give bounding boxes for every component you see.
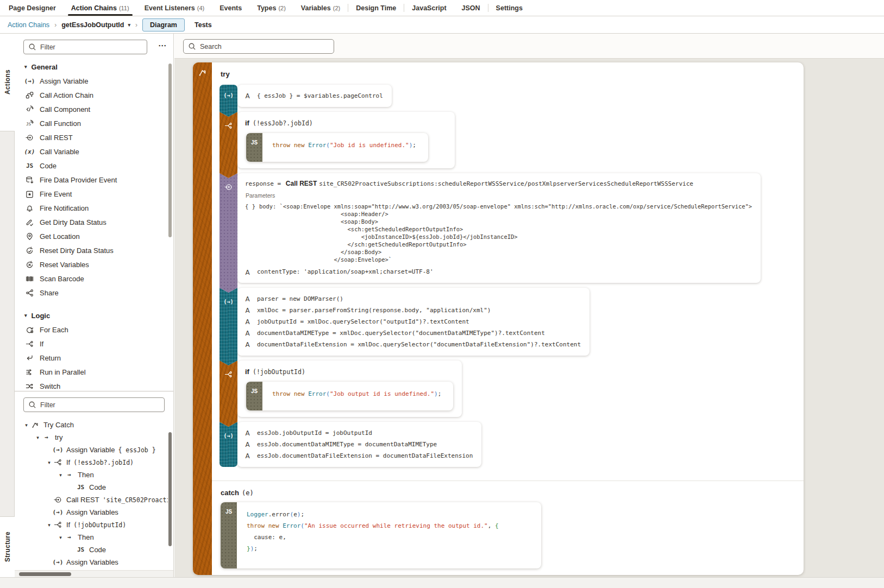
tree-row-then[interactable]: ▾→Then: [15, 469, 168, 481]
chevron-down-icon: ▾: [24, 64, 27, 69]
palette-item-reset-dirty-data-status[interactable]: Reset Dirty Data Status: [15, 243, 173, 257]
nav-tab-events[interactable]: Events: [212, 0, 249, 16]
palette-section-general[interactable]: ▾General: [15, 60, 173, 74]
action-chain-selector[interactable]: getEssJobOutputId ▾: [61, 21, 130, 29]
assign-variables-card[interactable]: AessJob.jobOutputId = jobOutputIdAessJob…: [237, 422, 481, 467]
code-node[interactable]: JSthrow new Error("Job id is undefined."…: [246, 133, 428, 162]
nav-tab-javascript[interactable]: JavaScript: [404, 0, 454, 16]
structure-hscrollbar-thumb[interactable]: [19, 572, 71, 576]
if-card[interactable]: if(!essJob?.jobId)JSthrow new Error("Job…: [237, 112, 455, 168]
diagram-node-assign-0[interactable]: (→)A{ essJob } = $variables.pageControl: [220, 85, 796, 107]
canvas-search[interactable]: [183, 39, 334, 54]
tree-row-try-catch[interactable]: ▾Try Catch: [15, 419, 168, 431]
tree-row-code[interactable]: JSCode: [15, 481, 168, 494]
tree-row-assign-variable[interactable]: (→)Assign Variable{ essJob }: [15, 444, 168, 456]
diagram-node-if-1[interactable]: if(!essJob?.jobId)JSthrow new Error("Job…: [220, 112, 796, 168]
palette-item-call-component[interactable]: Call Component: [15, 102, 173, 116]
tree-row-if[interactable]: ▾If(!essJob?.jobId): [15, 456, 168, 469]
structure-filter-row: [15, 391, 173, 418]
assign-variables-card[interactable]: A{ essJob } = $variables.pageControl: [237, 85, 392, 107]
tree-row-if[interactable]: ▾If(!jobOutputId): [15, 519, 168, 531]
catch-code-node[interactable]: JSLogger.error(e); throw new Error("An i…: [221, 502, 541, 568]
tree-caret-icon[interactable]: ▾: [45, 522, 53, 528]
node-connector-tab[interactable]: [220, 173, 237, 293]
view-button-tests[interactable]: Tests: [187, 18, 220, 31]
diagram-node-assign-3[interactable]: (→)Aparser = new DOMParser()AxmlDoc = pa…: [220, 288, 796, 356]
palette-item-call-action-chain[interactable]: Call Action Chain: [15, 88, 173, 102]
node-connector-tab[interactable]: (→): [220, 422, 237, 467]
palette-item-get-location[interactable]: Get Location: [15, 229, 173, 243]
node-connector-tab[interactable]: [220, 361, 237, 427]
canvas-search-input[interactable]: [200, 43, 334, 50]
nav-tab-json[interactable]: JSON: [454, 0, 488, 16]
palette-item-get-dirty-data-status[interactable]: Get Dirty Data Status: [15, 215, 173, 229]
structure-filter[interactable]: [23, 397, 165, 412]
try-catch-block[interactable]: try (→)A{ essJob } = $variables.pageCont…: [193, 62, 804, 575]
diagram-node-assign-5[interactable]: (→)AessJob.jobOutputId = jobOutputIdAess…: [220, 422, 796, 467]
code-node[interactable]: JSthrow new Error("Job output id is unde…: [246, 382, 453, 410]
palette-item-fire-data-provider-event[interactable]: Fire Data Provider Event: [15, 173, 173, 187]
actions-panel-tab[interactable]: Actions: [0, 34, 15, 131]
palette-item-reset-variables[interactable]: Reset Variables: [15, 257, 173, 271]
diagram-node-if-4[interactable]: if(!jobOutputId)JSthrow new Error("Job o…: [220, 361, 796, 417]
breadcrumb-root-link[interactable]: Action Chains: [8, 21, 49, 29]
structure-filter-input[interactable]: [40, 401, 164, 409]
palette-item-code[interactable]: JSCode: [15, 159, 173, 173]
tree-row-try[interactable]: ▾→try: [15, 431, 168, 444]
rest-icon: [53, 496, 62, 504]
tree-caret-icon[interactable]: ▾: [57, 472, 65, 478]
if-card[interactable]: if(!jobOutputId)JSthrow new Error("Job o…: [237, 361, 462, 417]
tree-row-then[interactable]: ▾→Then: [15, 531, 168, 543]
tree-caret-icon[interactable]: ▾: [45, 460, 53, 465]
nav-tab-page-designer[interactable]: Page Designer: [1, 0, 64, 16]
palette-filter[interactable]: [23, 40, 147, 54]
palette-item-if[interactable]: If: [15, 337, 173, 351]
palette-section-logic[interactable]: ▾Logic: [15, 308, 173, 323]
canvas-body[interactable]: try (→)A{ essJob } = $variables.pageCont…: [174, 59, 884, 577]
palette-item-fire-event[interactable]: Fire Event: [15, 187, 173, 201]
structure-hscrollbar[interactable]: [15, 570, 173, 577]
palette-item-return[interactable]: Return: [15, 351, 173, 365]
call-rest-card[interactable]: response = Call RESTsite_CR502ProactiveS…: [237, 173, 761, 283]
tree-caret-icon[interactable]: ▾: [22, 422, 30, 428]
node-connector-tab[interactable]: [220, 112, 237, 178]
diagram-node-rest-2[interactable]: response = Call RESTsite_CR502ProactiveS…: [220, 173, 796, 283]
nav-tab-settings[interactable]: Settings: [488, 0, 530, 16]
palette-item-call-rest[interactable]: Call REST: [15, 130, 173, 144]
structure-panel-tab[interactable]: Structure: [0, 516, 15, 577]
node-connector-tab[interactable]: (→): [220, 288, 237, 365]
expression-icon: A: [246, 450, 253, 461]
palette-menu-button[interactable]: ⋯: [158, 41, 167, 50]
tree-row-assign-variables[interactable]: (→)Assign Variables: [15, 556, 168, 568]
structure-scrollbar[interactable]: [168, 432, 172, 546]
palette-scrollbar[interactable]: [168, 64, 172, 237]
assign-variables-card[interactable]: Aparser = new DOMParser()AxmlDoc = parse…: [237, 288, 590, 356]
try-catch-bar[interactable]: [193, 62, 212, 575]
tree-row-assign-variables[interactable]: (→)Assign Variables: [15, 506, 168, 519]
nav-tab-event-listeners[interactable]: Event Listeners (4): [137, 0, 212, 16]
palette-item-assign-variable[interactable]: (→)Assign Variable: [15, 74, 173, 88]
palette-item-call-variable[interactable]: (x)Call Variable: [15, 144, 173, 159]
palette-filter-input[interactable]: [40, 43, 147, 51]
tree-row-call-rest[interactable]: Call REST'site_CR502ProactiveSubs: [15, 494, 168, 506]
palette-item-for-each[interactable]: For Each: [15, 323, 173, 337]
nav-tab-action-chains[interactable]: Action Chains (11): [64, 0, 137, 16]
tree-row-code[interactable]: JSCode: [15, 543, 168, 556]
view-button-diagram[interactable]: Diagram: [142, 18, 185, 31]
nav-tab-variables[interactable]: Variables (2): [293, 0, 348, 16]
palette-item-run-in-parallel[interactable]: Run in Parallel: [15, 365, 173, 379]
tree-caret-icon[interactable]: ▾: [57, 535, 65, 540]
palette-item-scan-barcode[interactable]: Scan Barcode: [15, 271, 173, 286]
palette-item-switch[interactable]: Switch: [15, 379, 173, 391]
nav-tab-types[interactable]: Types (2): [249, 0, 293, 16]
parallel-icon: [24, 368, 35, 376]
node-connector-tab[interactable]: (→): [220, 85, 237, 117]
nav-tab-design-time[interactable]: Design Time: [348, 0, 404, 16]
structure-tree: ▾Try Catch▾→try(→)Assign Variable{ essJo…: [15, 419, 168, 570]
palette-item-share[interactable]: Share: [15, 286, 173, 300]
palette-item-call-function[interactable]: JSCall Function: [15, 116, 173, 130]
tree-caret-icon[interactable]: ▾: [34, 435, 42, 440]
palette-item-fire-notification[interactable]: Fire Notification: [15, 201, 173, 215]
try-catch-content: try (→)A{ essJob } = $variables.pageCont…: [212, 62, 804, 575]
for-each-icon: [24, 325, 35, 334]
